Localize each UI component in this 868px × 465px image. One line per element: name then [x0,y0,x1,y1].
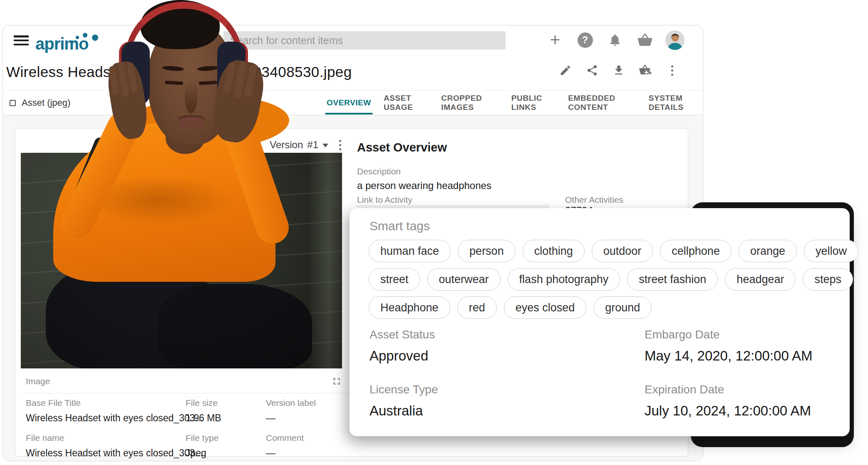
smart-tag-pill[interactable]: steps [803,268,853,291]
share-button[interactable] [584,62,600,79]
smart-tags-card: Smart tags human facepersonclothingoutdo… [350,208,850,436]
file-info-value: Wireless Headset with eyes closed_303... [26,413,186,424]
tab[interactable]: EMBEDDED CONTENT [568,90,636,115]
asset-type-icon [10,100,16,106]
person-eyebrow [162,65,184,72]
smart-tags-rows: human facepersonclothingoutdoorcellphone… [369,240,837,325]
download-button[interactable] [610,62,627,79]
file-info-value: — [266,413,350,424]
photo-stairs-highlight [308,153,342,368]
smart-tag-pill[interactable]: clothing [523,240,585,262]
file-info-cell: File name Wireless Headset with eyes clo… [26,433,186,459]
smart-tag-pill[interactable]: ground [593,296,652,319]
asset-photo[interactable] [21,0,342,368]
tab[interactable]: CROPPED IMAGES [441,90,499,115]
smart-tag-pill[interactable]: flash photography [508,268,620,291]
file-info-cell: Base File Title Wireless Headset with ey… [26,398,186,424]
image-caption-row: Image [26,374,342,389]
download-icon [613,64,625,77]
pencil-icon [559,64,572,77]
file-info-label: File size [186,398,266,408]
asset-field: License Type Australia [370,383,645,419]
share-icon [586,64,598,77]
asset-field-value: May 14, 2020, 12:00:00 AM [645,348,833,364]
image-caption: Image [26,376,50,386]
asset-field-value: Approved [370,348,645,364]
more-actions-button[interactable] [664,62,680,79]
fullscreen-icon[interactable] [331,376,342,387]
person-eyebrow [197,65,219,72]
help-button[interactable]: ? [575,30,595,50]
smart-tag-pill[interactable]: yellow [804,240,858,262]
file-info-label: File type [186,433,266,443]
user-avatar[interactable] [665,30,684,50]
asset-fields-grid: Asset Status Approved Embargo Date May 1… [370,328,833,419]
asset-field-label: Asset Status [370,328,645,341]
person-lips [178,117,205,128]
asset-overview-heading: Asset Overview [357,141,447,154]
file-info-divider [21,393,356,393]
file-info-label: Comment [266,433,350,443]
basket-button[interactable] [635,30,655,50]
description-label: Description [357,167,401,177]
bell-icon [608,33,622,47]
person-nose [185,81,197,114]
avatar-image [665,30,684,50]
smart-tag-pill[interactable]: eyes closed [504,296,587,319]
notifications-button[interactable] [605,30,625,50]
tab[interactable]: ASSET USAGE [384,90,429,115]
smart-tag-pill[interactable]: human face [369,240,451,262]
asset-field: Expiration Date July 10, 2024, 12:00:00 … [645,383,833,419]
smart-tag-pill[interactable]: outerwear [427,268,501,291]
smart-tag-pill[interactable]: headgear [725,268,796,291]
person-finger [244,64,257,98]
smart-tag-pill[interactable]: Headphone [369,296,450,319]
smart-tags-heading: Smart tags [370,219,430,233]
smart-tag-pill[interactable]: red [457,296,497,319]
smart-tags-row: streetouterwearflash photographystreet f… [369,268,837,291]
link-to-activity-label: Link to Activity [357,195,412,205]
person-leg [158,284,312,368]
file-info-grid: Base File Title Wireless Headset with ey… [26,398,350,459]
asset-field-label: Expiration Date [645,383,833,396]
smart-tag-pill[interactable]: orange [739,240,797,262]
add-to-basket-button[interactable] [637,62,654,79]
edit-button[interactable] [557,62,574,79]
file-info-value: 1.96 MB [186,413,266,424]
file-info-label: File name [26,433,186,443]
topbar-icons: + ? [546,25,684,55]
smart-tag-pill[interactable]: street [369,268,420,291]
tab[interactable]: SYSTEM DETAILS [649,90,703,115]
basket-plus-icon [639,64,652,77]
file-info-cell: Comment — [266,433,350,459]
file-info-cell: Version label — [266,398,350,424]
person-closed-eye [165,81,183,85]
asset-field-value: July 10, 2024, 12:00:00 AM [645,403,833,419]
smart-tags-row: human facepersonclothingoutdoorcellphone… [369,240,837,262]
smart-tag-pill[interactable]: street fashion [627,268,718,291]
person-closed-eye [199,81,217,85]
file-info-value: Wireless Headset with eyes closed_303... [26,448,186,459]
smart-tags-row: Headphoneredeyes closedground [369,296,837,319]
help-icon: ? [578,32,593,48]
smart-tag-pill[interactable]: outdoor [592,240,653,262]
file-info-label: Version label [266,398,350,408]
asset-field: Asset Status Approved [370,328,645,364]
add-new-button[interactable]: + [546,30,565,50]
file-info-cell: File size 1.96 MB [186,398,266,424]
smart-tag-pill[interactable]: person [458,240,516,262]
file-info-value: Jpeg [186,448,266,459]
tab-strip: OVERVIEWASSET USAGECROPPED IMAGESPUBLIC … [327,90,703,115]
file-info-value: — [266,448,350,459]
asset-field-value: Australia [370,403,645,419]
description-value: a person wearing headphones [357,180,491,191]
asset-field-label: Embargo Date [645,328,833,341]
asset-actions [557,62,680,79]
screenshot-stage: aprimo + ? [0,0,868,465]
asset-field-label: License Type [370,383,645,396]
smart-tag-pill[interactable]: cellphone [660,240,732,262]
tab[interactable]: PUBLIC LINKS [511,90,556,115]
other-activities-label: Other Activities [565,195,623,205]
basket-icon [637,32,653,48]
asset-field: Embargo Date May 14, 2020, 12:00:00 AM [645,328,833,364]
